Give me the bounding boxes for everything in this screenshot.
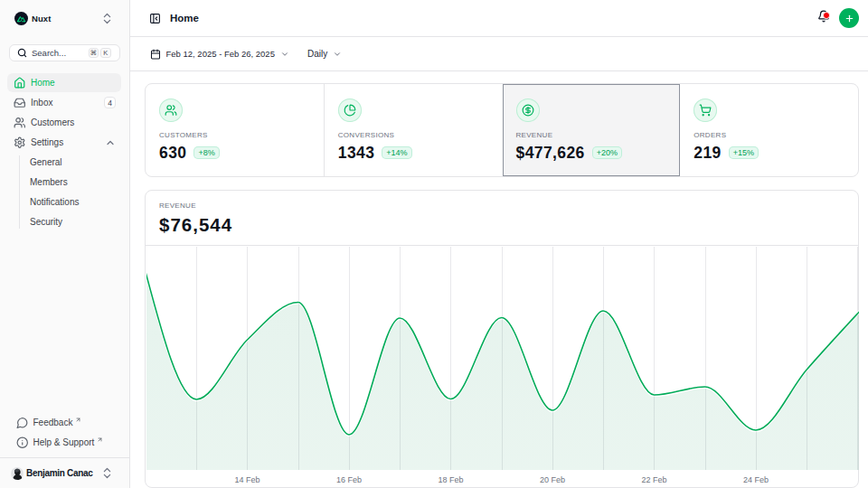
svg-text:16 Feb: 16 Feb — [336, 475, 362, 484]
svg-text:20 Feb: 20 Feb — [540, 475, 565, 484]
svg-text:22 Feb: 22 Feb — [641, 475, 666, 484]
svg-text:24 Feb: 24 Feb — [743, 475, 769, 484]
svg-text:14 Feb: 14 Feb — [234, 475, 259, 484]
svg-text:18 Feb: 18 Feb — [438, 475, 463, 484]
